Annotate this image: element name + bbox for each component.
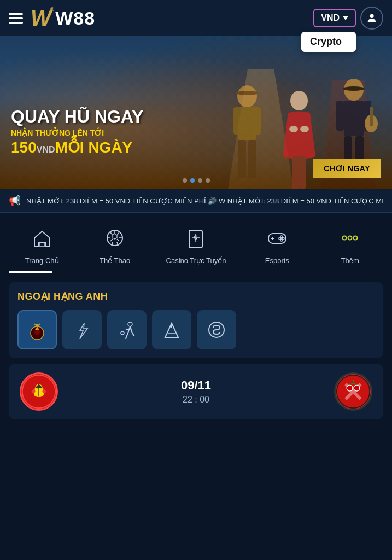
banner-amount: 150VNDMỖI NGÀY [11,138,143,156]
league-logo-other[interactable] [197,310,236,349]
currency-dropdown: Crypto [301,32,356,52]
banner-subtitle: NHẬN THƯỞNG LÊN TỚI [11,129,143,137]
match-details: 09/11 22 : 00 [58,378,334,405]
banner-dot-4[interactable] [206,178,210,183]
currency-label: VND [321,13,340,23]
nav-active-indicator [9,271,52,273]
currency-selector[interactable]: VND [313,9,356,27]
nav-label-them: Thêm [341,256,359,266]
svg-rect-12 [299,156,306,189]
svg-point-0 [370,14,373,18]
svg-rect-4 [233,107,240,135]
ticker-speaker-icon: 📢 [9,195,21,207]
bundesliga-icon [115,318,139,342]
home-icon-wrapper [28,224,56,252]
brentford-logo [21,372,56,411]
banner-amount-number: 150 [11,139,37,156]
nav-item-them[interactable]: Thêm [328,224,372,266]
svg-rect-14 [343,86,365,91]
league-logo-bl2[interactable] [62,310,102,349]
nav-label-trang-chu: Trang Chủ [25,256,59,266]
svg-rect-11 [292,156,299,189]
sports-icon-wrapper [101,224,129,252]
svg-rect-21 [370,107,373,126]
nav-item-the-thao[interactable]: Thể Thao [93,224,137,266]
svg-rect-15 [344,101,364,136]
league-logo-ligue1[interactable] [152,310,191,349]
hero-banner: QUAY HŨ NGAY NHẬN THƯỞNG LÊN TỚI 150VNDM… [0,36,392,189]
svg-marker-24 [113,234,117,239]
nav-label-casino: Casino Trực Tuyến [166,256,226,266]
news-ticker: 📢 NHẬT MỚI: 238 ĐIỂM = 50 VND TIỀN CƯỢC … [0,189,392,213]
cards-icon [184,226,208,250]
home-icon [30,226,54,250]
svg-point-36 [128,322,132,326]
league-logo-list [17,310,375,349]
match-time: 22 : 00 [58,395,334,405]
banner-suffix: MỖI NGÀY [55,139,133,156]
svg-point-1 [237,85,257,107]
banner-title: QUAY HŨ NGAY [11,107,143,126]
logo: W® W88 [31,7,95,29]
svg-point-47 [354,385,360,391]
svg-point-33 [354,236,358,240]
banner-character-1 [223,80,272,189]
banner-pagination [183,178,210,183]
nav-item-esports[interactable]: Esports [255,224,299,266]
user-profile-button[interactable] [360,7,383,30]
banner-cta-button[interactable]: CHƠI NGAY [313,159,381,178]
away-team-badge[interactable] [334,372,372,411]
header-left: W® W88 [9,7,95,29]
logo-w-icon: W® [31,7,53,29]
svg-point-10 [300,126,309,132]
ticker-content: NHẬT MỚI: 238 ĐIỂM = 50 VND TIỀN CƯỢC MI… [26,197,383,205]
league-logo-bundesliga[interactable] [107,310,147,349]
home-team-badge[interactable] [20,372,58,411]
ligue1-icon [160,318,184,342]
bundesliga2-icon [70,318,94,342]
banner-dot-2[interactable] [190,178,195,183]
league-logo-premier-league[interactable] [17,310,57,349]
svg-point-32 [348,236,352,240]
nav-label-esports: Esports [265,256,289,266]
svg-rect-16 [336,101,344,131]
svg-rect-6 [238,140,246,178]
main-navigation: Trang Chủ Thể Thao Casino Trực Tuyến [0,213,392,271]
casino-icon-wrapper [182,224,210,252]
svg-rect-3 [238,107,256,140]
svg-rect-22 [40,242,44,247]
svg-point-31 [343,236,347,240]
gamepad-icon [265,226,289,250]
hamburger-button[interactable] [9,13,23,24]
banner-dot-3[interactable] [198,178,202,183]
header: W® W88 VND Crypto [0,0,392,36]
nav-item-casino[interactable]: Casino Trực Tuyến [166,224,226,266]
user-icon [366,12,378,24]
svg-point-8 [290,91,308,110]
bournemouth-logo [336,372,371,411]
svg-point-35 [36,324,39,327]
logo-name: W88 [55,8,95,29]
match-row: 09/11 22 : 00 [20,372,372,411]
league-section: NGOẠI HẠNG ANH [9,282,383,358]
svg-rect-26 [268,234,286,243]
premier-league-icon [25,318,49,342]
svg-rect-5 [254,107,261,135]
dropdown-arrow-icon [343,16,348,20]
nav-item-trang-chu[interactable]: Trang Chủ [20,224,64,266]
soccer-icon [103,226,127,250]
crypto-option[interactable]: Crypto [310,36,342,47]
nav-label-the-thao: Thể Thao [100,256,130,266]
more-icon-wrapper [336,224,364,252]
esports-icon-wrapper [263,224,291,252]
match-card: 09/11 22 : 00 [9,364,383,419]
banner-content: QUAY HŨ NGAY NHẬN THƯỞNG LÊN TỚI 150VNDM… [11,107,143,156]
match-date: 09/11 [58,378,334,393]
banner-dot-1[interactable] [183,178,187,183]
banner-vnd: VND [37,145,55,154]
ticker-text: NHẬT MỚI: 238 ĐIỂM = 50 VND TIỀN CƯỢC MI… [26,197,383,205]
svg-point-30 [282,237,284,240]
league-title: NGOẠI HẠNG ANH [17,290,375,302]
svg-point-46 [347,385,353,391]
more-dots-icon [338,226,362,250]
